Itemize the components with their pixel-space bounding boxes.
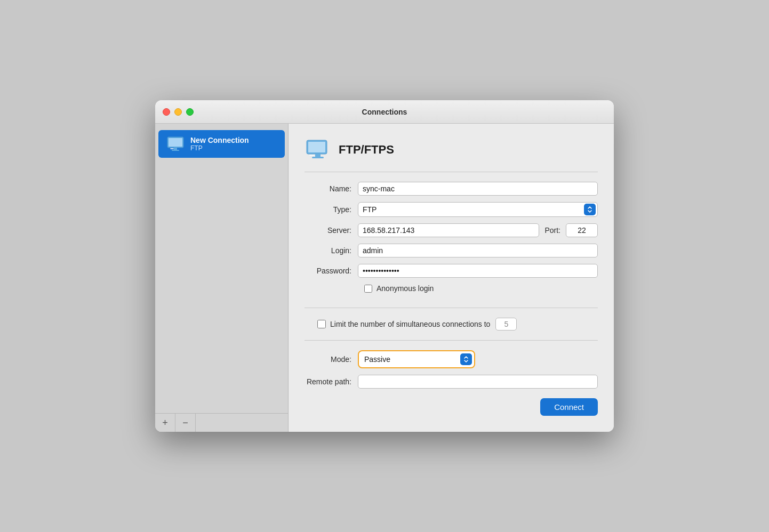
- connection-name: New Connection: [190, 136, 249, 144]
- zoom-button[interactable]: [186, 108, 194, 116]
- sidebar-content: New Connection FTP: [155, 124, 288, 413]
- mode-label: Mode:: [305, 355, 358, 364]
- minimize-button[interactable]: [174, 108, 182, 116]
- name-row: Name:: [305, 182, 598, 196]
- remote-path-input[interactable]: [358, 375, 598, 389]
- credentials-section: Name: Type: FTP FTPS: [305, 182, 598, 308]
- svg-rect-1: [169, 138, 182, 147]
- login-input[interactable]: [358, 244, 598, 257]
- sidebar-item-text: New Connection FTP: [190, 136, 249, 152]
- sidebar-item-new-connection[interactable]: New Connection FTP: [158, 130, 285, 158]
- limit-label[interactable]: Limit the number of simultaneous connect…: [330, 320, 490, 328]
- connection-type: FTP: [190, 144, 249, 152]
- svg-rect-2: [174, 148, 177, 150]
- name-label: Name:: [305, 184, 358, 193]
- remote-path-label: Remote path:: [305, 377, 358, 386]
- server-label: Server:: [305, 226, 358, 235]
- window-title: Connections: [362, 108, 407, 116]
- sidebar-footer: + −: [155, 413, 288, 432]
- server-input[interactable]: [358, 223, 539, 237]
- password-row: Password:: [305, 264, 598, 278]
- main-panel: FTP/FTPS Name: Type: FTP FTPS: [289, 124, 614, 432]
- password-input[interactable]: [358, 264, 598, 278]
- limit-checkbox[interactable]: [317, 320, 326, 328]
- title-bar: Connections: [155, 100, 614, 124]
- password-label: Password:: [305, 267, 358, 275]
- login-label: Login:: [305, 246, 358, 255]
- limit-number-input[interactable]: [495, 318, 517, 331]
- port-input[interactable]: [566, 223, 598, 237]
- server-row: Server: Port:: [305, 223, 598, 237]
- monitor-icon: [166, 134, 185, 154]
- window-body: New Connection FTP + −: [155, 124, 614, 432]
- type-label: Type:: [305, 205, 358, 214]
- limit-row: Limit the number of simultaneous connect…: [305, 318, 598, 341]
- sidebar: New Connection FTP + −: [155, 124, 289, 432]
- panel-title: FTP/FTPS: [339, 143, 394, 157]
- login-row: Login:: [305, 244, 598, 257]
- panel-header: FTP/FTPS: [305, 136, 598, 172]
- svg-rect-6: [308, 142, 325, 152]
- remove-connection-button[interactable]: −: [175, 414, 196, 432]
- connect-button[interactable]: Connect: [540, 398, 598, 416]
- remote-path-row: Remote path:: [305, 375, 598, 389]
- type-select-wrapper: FTP FTPS: [358, 202, 598, 217]
- type-row: Type: FTP FTPS: [305, 202, 598, 217]
- svg-rect-3: [172, 150, 179, 151]
- connect-row: Connect: [305, 395, 598, 419]
- add-connection-button[interactable]: +: [155, 414, 175, 432]
- anonymous-label[interactable]: Anonymous login: [377, 284, 434, 293]
- window-controls: [163, 108, 194, 116]
- name-input[interactable]: [358, 182, 598, 196]
- close-button[interactable]: [163, 108, 170, 116]
- anonymous-checkbox[interactable]: [364, 285, 372, 293]
- svg-rect-7: [315, 154, 321, 157]
- anonymous-row: Anonymous login: [305, 284, 598, 293]
- svg-rect-8: [312, 157, 324, 158]
- mode-select-container: Passive Active: [358, 350, 475, 368]
- mode-row: Mode: Passive Active: [305, 350, 598, 368]
- type-select[interactable]: FTP FTPS: [358, 202, 598, 217]
- mode-select[interactable]: Passive Active: [361, 352, 472, 366]
- ftp-icon: [305, 136, 331, 163]
- connections-window: Connections: [155, 100, 614, 432]
- port-label: Port:: [544, 226, 560, 235]
